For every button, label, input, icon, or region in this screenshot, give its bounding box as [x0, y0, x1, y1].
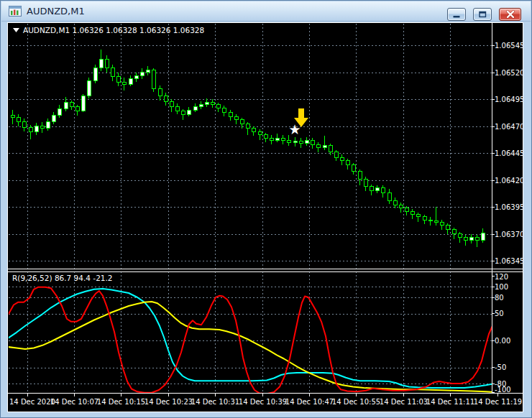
candle-body — [446, 226, 449, 230]
candle-body — [264, 135, 267, 139]
candle-body — [134, 75, 138, 79]
candle-body — [222, 108, 226, 112]
candle-body — [258, 131, 262, 135]
candle-body — [370, 187, 373, 191]
price-axis-label: 1.06420 — [495, 177, 523, 185]
candle-body — [358, 172, 362, 180]
candle-body — [234, 116, 238, 120]
candle-body — [229, 112, 232, 116]
candle-body — [175, 107, 179, 111]
candle-body — [216, 105, 220, 108]
candle-body — [122, 82, 126, 84]
candle-body — [329, 146, 332, 152]
candle-body — [140, 73, 144, 76]
candle-body — [299, 141, 303, 144]
candle-body — [340, 157, 344, 161]
window-titlebar[interactable]: AUDNZD,M1 — [1, 1, 531, 22]
candle-body — [70, 103, 73, 107]
candle-body — [99, 60, 103, 68]
chart-client-area: ★1.065451.065201.064951.064701.064451.06… — [7, 22, 523, 412]
candle-body — [281, 138, 285, 140]
minimize-button[interactable] — [447, 8, 466, 21]
candle-body — [146, 70, 150, 73]
candle-body — [275, 138, 279, 140]
symbol-ohlc-label: AUDNZD,M1 1.06326 1.06328 1.06326 1.0632… — [23, 26, 204, 34]
price-axis-label: 1.06470 — [495, 123, 523, 131]
candle-body — [434, 221, 438, 223]
candle-body — [170, 101, 173, 107]
time-axis-label: 14 Dec 10:31 — [191, 398, 239, 406]
candle-body — [346, 161, 349, 165]
time-axis-label: 14 Dec 10:39 — [239, 398, 287, 406]
time-axis-label: 14 Dec 10:07 — [50, 398, 98, 406]
candle-body — [364, 179, 367, 187]
indicator-axis-label: 0.00 — [495, 337, 510, 345]
price-axis-label: 1.06395 — [495, 203, 523, 211]
close-button[interactable] — [499, 8, 521, 21]
candle-body — [246, 124, 249, 129]
candle-body — [405, 208, 408, 212]
candle-body — [252, 129, 255, 132]
price-axis-label: 1.06495 — [495, 96, 523, 103]
candle-body — [111, 68, 114, 77]
candle-body — [211, 103, 214, 105]
star-icon: ★ — [288, 121, 301, 137]
price-axis-label: 1.06545 — [495, 42, 523, 50]
price-axis-label: 1.06345 — [495, 257, 523, 265]
chart-canvas[interactable]: ★1.065451.065201.064951.064701.064451.06… — [8, 23, 523, 412]
time-axis-label: 14 Dec 10:47 — [285, 398, 334, 406]
candle-body — [58, 109, 61, 116]
candle-body — [164, 96, 168, 102]
restore-button[interactable] — [473, 8, 492, 21]
time-axis-label: 14 Dec 11:19 — [474, 398, 522, 406]
candle-body — [152, 70, 155, 89]
candle-body — [270, 138, 273, 140]
candle-body — [87, 81, 91, 96]
time-axis-label: 14 Dec 11:11 — [426, 398, 474, 406]
time-axis-label: 14 Dec 11:03 — [380, 398, 428, 406]
candle-body — [458, 234, 462, 238]
candle-body — [75, 107, 79, 111]
candle-body — [40, 126, 44, 129]
candle-body — [105, 60, 109, 68]
candle-body — [240, 120, 244, 124]
candle-body — [193, 107, 197, 111]
candle-body — [399, 205, 403, 208]
candle-body — [481, 233, 485, 241]
candle-body — [29, 127, 32, 131]
price-axis-label: 1.06445 — [495, 149, 523, 157]
restore-icon — [477, 10, 488, 19]
candle-body — [387, 193, 391, 201]
candle-body — [187, 110, 191, 114]
time-axis-label: 14 Dec 2020 — [9, 398, 55, 406]
price-axis-label: 1.06370 — [495, 231, 523, 238]
chart-window: AUDNZD,M1 ★1.065451.065201.064951.064701… — [0, 0, 532, 418]
price-axis[interactable]: 1.065451.065201.064951.064701.064451.064… — [492, 42, 523, 265]
candle-body — [352, 165, 355, 172]
candle-body — [440, 222, 444, 226]
candle-body — [323, 146, 326, 148]
indicator-axis-label: 50 — [495, 310, 504, 317]
candle-body — [393, 200, 397, 205]
window-title: AUDNZD,M1 — [27, 6, 85, 17]
candle-body — [381, 187, 385, 193]
indicator-name-label: R(9,26,52) 86.7 94.4 -21.2 — [12, 274, 113, 282]
candle-body — [205, 103, 208, 105]
candle-body — [181, 111, 185, 115]
candle-body — [423, 217, 426, 220]
candle-body — [93, 68, 97, 81]
candle-body — [158, 88, 162, 96]
candle-body — [11, 116, 14, 118]
candle-body — [81, 96, 85, 111]
candle-body — [52, 116, 55, 122]
time-axis-label: 14 Dec 10:55 — [332, 398, 380, 406]
time-axis-label: 14 Dec 10:15 — [97, 398, 145, 406]
close-icon — [505, 10, 516, 19]
candle-body — [35, 126, 38, 132]
price-axis-label: 1.06520 — [495, 69, 523, 77]
candle-body — [416, 215, 420, 217]
indicator-axis-label: -100 — [495, 386, 511, 394]
indicator-axis-label: 80 — [495, 294, 504, 302]
candle-body — [311, 140, 314, 144]
candle-body — [464, 237, 467, 241]
